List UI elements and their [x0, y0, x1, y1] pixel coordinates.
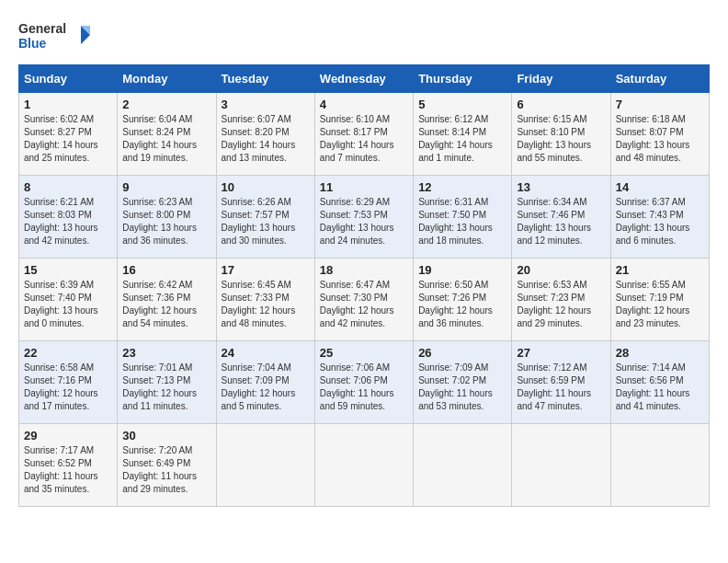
- day-cell: 26Sunrise: 7:09 AM Sunset: 7:02 PM Dayli…: [414, 341, 512, 424]
- day-cell: 23Sunrise: 7:01 AM Sunset: 7:13 PM Dayli…: [118, 341, 216, 424]
- day-number: 24: [222, 346, 310, 360]
- day-info: Sunrise: 6:21 AM Sunset: 8:03 PM Dayligh…: [24, 196, 112, 247]
- day-info: Sunrise: 6:53 AM Sunset: 7:23 PM Dayligh…: [517, 279, 605, 330]
- day-cell: 21Sunrise: 6:55 AM Sunset: 7:19 PM Dayli…: [610, 259, 709, 341]
- day-number: 6: [517, 98, 605, 111]
- day-number: 27: [517, 346, 605, 360]
- day-number: 4: [320, 98, 408, 111]
- day-info: Sunrise: 6:39 AM Sunset: 7:40 PM Dayligh…: [24, 279, 112, 330]
- day-number: 14: [616, 180, 704, 194]
- weekday-header-tuesday: Tuesday: [216, 65, 314, 93]
- day-number: 12: [418, 180, 506, 194]
- day-cell: 15Sunrise: 6:39 AM Sunset: 7:40 PM Dayli…: [19, 259, 118, 341]
- day-number: 19: [418, 263, 506, 277]
- day-info: Sunrise: 6:50 AM Sunset: 7:26 PM Dayligh…: [418, 279, 506, 330]
- svg-text:Blue: Blue: [18, 36, 47, 51]
- day-number: 18: [320, 263, 408, 277]
- day-info: Sunrise: 6:37 AM Sunset: 7:43 PM Dayligh…: [616, 196, 704, 247]
- day-cell: 29Sunrise: 7:17 AM Sunset: 6:52 PM Dayli…: [19, 424, 118, 507]
- day-cell: 5Sunrise: 6:12 AM Sunset: 8:14 PM Daylig…: [414, 93, 512, 176]
- day-cell: 11Sunrise: 6:29 AM Sunset: 7:53 PM Dayli…: [314, 176, 413, 259]
- day-info: Sunrise: 6:15 AM Sunset: 8:10 PM Dayligh…: [517, 113, 605, 165]
- weekday-header-sunday: Sunday: [19, 65, 118, 93]
- weekday-header-wednesday: Wednesday: [314, 65, 413, 93]
- day-number: 3: [222, 98, 310, 111]
- day-info: Sunrise: 6:29 AM Sunset: 7:53 PM Dayligh…: [320, 196, 408, 247]
- day-cell: [414, 424, 512, 507]
- week-row-2: 8Sunrise: 6:21 AM Sunset: 8:03 PM Daylig…: [19, 176, 710, 259]
- day-cell: 4Sunrise: 6:10 AM Sunset: 8:17 PM Daylig…: [314, 93, 413, 176]
- day-cell: 3Sunrise: 6:07 AM Sunset: 8:20 PM Daylig…: [216, 93, 314, 176]
- logo-svg: General Blue: [18, 18, 92, 55]
- day-cell: 12Sunrise: 6:31 AM Sunset: 7:50 PM Dayli…: [414, 176, 512, 259]
- day-cell: 27Sunrise: 7:12 AM Sunset: 6:59 PM Dayli…: [512, 341, 610, 424]
- weekday-header-row: SundayMondayTuesdayWednesdayThursdayFrid…: [19, 65, 710, 93]
- day-number: 22: [24, 346, 112, 360]
- day-cell: [314, 424, 413, 507]
- day-info: Sunrise: 7:01 AM Sunset: 7:13 PM Dayligh…: [122, 362, 210, 413]
- day-number: 29: [24, 429, 112, 442]
- weekday-header-friday: Friday: [512, 65, 610, 93]
- day-cell: [512, 424, 610, 507]
- day-info: Sunrise: 6:47 AM Sunset: 7:30 PM Dayligh…: [320, 279, 408, 330]
- day-info: Sunrise: 6:45 AM Sunset: 7:33 PM Dayligh…: [222, 279, 310, 330]
- day-cell: [610, 424, 709, 507]
- day-info: Sunrise: 6:42 AM Sunset: 7:36 PM Dayligh…: [122, 279, 210, 330]
- day-cell: 19Sunrise: 6:50 AM Sunset: 7:26 PM Dayli…: [414, 259, 512, 341]
- weekday-header-saturday: Saturday: [610, 65, 709, 93]
- weekday-header-thursday: Thursday: [414, 65, 512, 93]
- week-row-4: 22Sunrise: 6:58 AM Sunset: 7:16 PM Dayli…: [19, 341, 710, 424]
- day-cell: 10Sunrise: 6:26 AM Sunset: 7:57 PM Dayli…: [216, 176, 314, 259]
- day-info: Sunrise: 7:04 AM Sunset: 7:09 PM Dayligh…: [222, 362, 310, 413]
- week-row-5: 29Sunrise: 7:17 AM Sunset: 6:52 PM Dayli…: [19, 424, 710, 507]
- day-info: Sunrise: 6:58 AM Sunset: 7:16 PM Dayligh…: [24, 362, 112, 413]
- day-info: Sunrise: 6:07 AM Sunset: 8:20 PM Dayligh…: [222, 113, 310, 165]
- day-number: 20: [517, 263, 605, 277]
- day-info: Sunrise: 7:06 AM Sunset: 7:06 PM Dayligh…: [320, 362, 408, 413]
- day-info: Sunrise: 6:12 AM Sunset: 8:14 PM Dayligh…: [418, 113, 506, 165]
- header: General Blue: [18, 18, 710, 55]
- day-number: 10: [222, 180, 310, 194]
- day-number: 28: [616, 346, 704, 360]
- svg-text:General: General: [18, 21, 66, 36]
- day-number: 1: [24, 98, 112, 111]
- week-row-3: 15Sunrise: 6:39 AM Sunset: 7:40 PM Dayli…: [19, 259, 710, 341]
- day-number: 30: [122, 429, 210, 442]
- day-info: Sunrise: 6:10 AM Sunset: 8:17 PM Dayligh…: [320, 113, 408, 165]
- day-info: Sunrise: 6:23 AM Sunset: 8:00 PM Dayligh…: [122, 196, 210, 247]
- day-cell: 13Sunrise: 6:34 AM Sunset: 7:46 PM Dayli…: [512, 176, 610, 259]
- day-cell: 18Sunrise: 6:47 AM Sunset: 7:30 PM Dayli…: [314, 259, 413, 341]
- day-cell: 9Sunrise: 6:23 AM Sunset: 8:00 PM Daylig…: [118, 176, 216, 259]
- day-number: 7: [616, 98, 704, 111]
- day-info: Sunrise: 7:12 AM Sunset: 6:59 PM Dayligh…: [517, 362, 605, 413]
- day-number: 9: [122, 180, 210, 194]
- day-cell: 20Sunrise: 6:53 AM Sunset: 7:23 PM Dayli…: [512, 259, 610, 341]
- day-info: Sunrise: 6:34 AM Sunset: 7:46 PM Dayligh…: [517, 196, 605, 247]
- day-info: Sunrise: 6:31 AM Sunset: 7:50 PM Dayligh…: [418, 196, 506, 247]
- day-cell: 1Sunrise: 6:02 AM Sunset: 8:27 PM Daylig…: [19, 93, 118, 176]
- day-number: 16: [122, 263, 210, 277]
- day-number: 5: [418, 98, 506, 111]
- day-info: Sunrise: 6:55 AM Sunset: 7:19 PM Dayligh…: [616, 279, 704, 330]
- day-cell: 28Sunrise: 7:14 AM Sunset: 6:56 PM Dayli…: [610, 341, 709, 424]
- day-cell: 6Sunrise: 6:15 AM Sunset: 8:10 PM Daylig…: [512, 93, 610, 176]
- day-number: 11: [320, 180, 408, 194]
- day-info: Sunrise: 6:02 AM Sunset: 8:27 PM Dayligh…: [24, 113, 112, 165]
- day-cell: 17Sunrise: 6:45 AM Sunset: 7:33 PM Dayli…: [216, 259, 314, 341]
- day-cell: 25Sunrise: 7:06 AM Sunset: 7:06 PM Dayli…: [314, 341, 413, 424]
- week-row-1: 1Sunrise: 6:02 AM Sunset: 8:27 PM Daylig…: [19, 93, 710, 176]
- day-number: 15: [24, 263, 112, 277]
- calendar: SundayMondayTuesdayWednesdayThursdayFrid…: [18, 64, 710, 507]
- day-number: 2: [122, 98, 210, 111]
- day-info: Sunrise: 6:26 AM Sunset: 7:57 PM Dayligh…: [222, 196, 310, 247]
- day-number: 13: [517, 180, 605, 194]
- day-info: Sunrise: 7:09 AM Sunset: 7:02 PM Dayligh…: [418, 362, 506, 413]
- day-info: Sunrise: 7:14 AM Sunset: 6:56 PM Dayligh…: [616, 362, 704, 413]
- day-info: Sunrise: 6:04 AM Sunset: 8:24 PM Dayligh…: [122, 113, 210, 165]
- day-number: 8: [24, 180, 112, 194]
- day-cell: 16Sunrise: 6:42 AM Sunset: 7:36 PM Dayli…: [118, 259, 216, 341]
- logo: General Blue: [18, 18, 92, 55]
- day-info: Sunrise: 7:17 AM Sunset: 6:52 PM Dayligh…: [24, 444, 112, 496]
- day-number: 17: [222, 263, 310, 277]
- weekday-header-monday: Monday: [118, 65, 216, 93]
